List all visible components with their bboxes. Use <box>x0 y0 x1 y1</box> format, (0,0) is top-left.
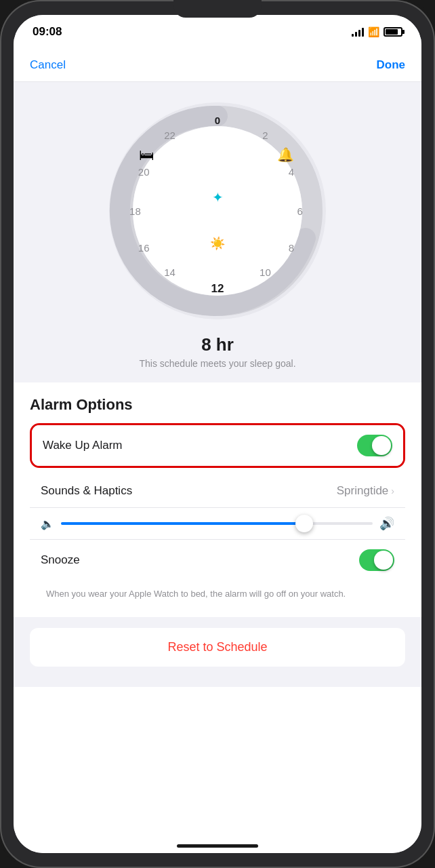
done-button[interactable]: Done <box>377 58 406 72</box>
sounds-haptics-label: Sounds & Haptics <box>41 484 132 498</box>
volume-high-icon: 🔊 <box>379 516 394 531</box>
clock-num-12: 12 <box>211 282 224 296</box>
nav-bar: Cancel Done <box>14 49 421 82</box>
reset-section: Reset to Schedule <box>14 617 421 687</box>
wake-up-alarm-row: Wake Up Alarm <box>32 425 403 466</box>
home-indicator <box>177 844 258 848</box>
slider-fill <box>61 522 304 525</box>
battery-icon <box>384 27 402 37</box>
snooze-toggle-thumb <box>374 551 393 570</box>
bed-icon: 🛏 <box>139 146 154 164</box>
content-area: Cancel Done <box>14 49 421 853</box>
clock-numbers: 0 2 4 6 8 10 12 14 <box>109 102 326 319</box>
wake-up-alarm-toggle[interactable] <box>357 435 392 456</box>
alarm-options-title: Alarm Options <box>30 396 405 414</box>
clock-num-4: 4 <box>289 166 294 178</box>
clock-num-18: 18 <box>129 205 141 217</box>
alarm-options-section: Alarm Options Wake Up Alarm Sounds & Hap… <box>14 382 421 617</box>
volume-row: 🔈 🔊 <box>30 508 405 540</box>
sounds-haptics-value: Springtide › <box>337 484 394 498</box>
clock-num-0: 0 <box>215 114 220 125</box>
wake-up-alarm-label: Wake Up Alarm <box>43 439 122 452</box>
status-time: 09:08 <box>33 25 62 39</box>
status-bar: 09:08 📶 <box>14 15 421 49</box>
alarm-options-card: Sounds & Haptics Springtide › 🔈 <box>30 475 405 580</box>
sleep-subtitle: This schedule meets your sleep goal. <box>139 358 295 369</box>
clock-num-8: 8 <box>289 242 294 254</box>
clock-num-16: 16 <box>138 242 150 254</box>
reset-to-schedule-button[interactable]: Reset to Schedule <box>30 628 405 667</box>
phone-screen: 09:08 📶 Cancel Done <box>14 15 421 853</box>
clock-num-2: 2 <box>262 130 268 141</box>
snooze-toggle[interactable] <box>359 549 394 571</box>
volume-slider[interactable] <box>61 522 373 525</box>
bell-icon: 🔔 <box>277 146 294 163</box>
clock-num-10: 10 <box>260 266 271 277</box>
wake-up-alarm-highlighted-container: Wake Up Alarm <box>30 423 405 468</box>
wifi-icon: 📶 <box>368 26 379 37</box>
clock-num-6: 6 <box>297 205 302 217</box>
clock-num-22: 22 <box>164 130 175 141</box>
volume-low-icon: 🔈 <box>41 517 54 530</box>
clock-container: 0 2 4 6 8 10 12 14 <box>102 96 333 326</box>
sun-icon: ☀️ <box>210 236 225 251</box>
snooze-row: Snooze <box>30 540 405 580</box>
notch <box>173 0 262 18</box>
slider-thumb[interactable] <box>295 515 313 532</box>
chevron-right-icon: › <box>391 486 394 496</box>
clock-section: 0 2 4 6 8 10 12 14 <box>14 82 421 382</box>
sounds-haptics-row[interactable]: Sounds & Haptics Springtide › <box>30 475 405 508</box>
watch-note: When you wear your Apple Watch to bed, t… <box>30 580 405 610</box>
sleep-duration: 8 hr <box>201 334 234 355</box>
status-icons: 📶 <box>352 26 402 37</box>
toggle-thumb <box>372 436 391 455</box>
star-icon: ✦ <box>212 189 224 205</box>
clock-num-20: 20 <box>138 166 150 178</box>
clock-num-14: 14 <box>164 266 175 277</box>
signal-icon <box>352 27 364 37</box>
snooze-label: Snooze <box>41 553 80 567</box>
cancel-button[interactable]: Cancel <box>30 58 66 72</box>
phone-frame: 09:08 📶 Cancel Done <box>0 0 435 868</box>
